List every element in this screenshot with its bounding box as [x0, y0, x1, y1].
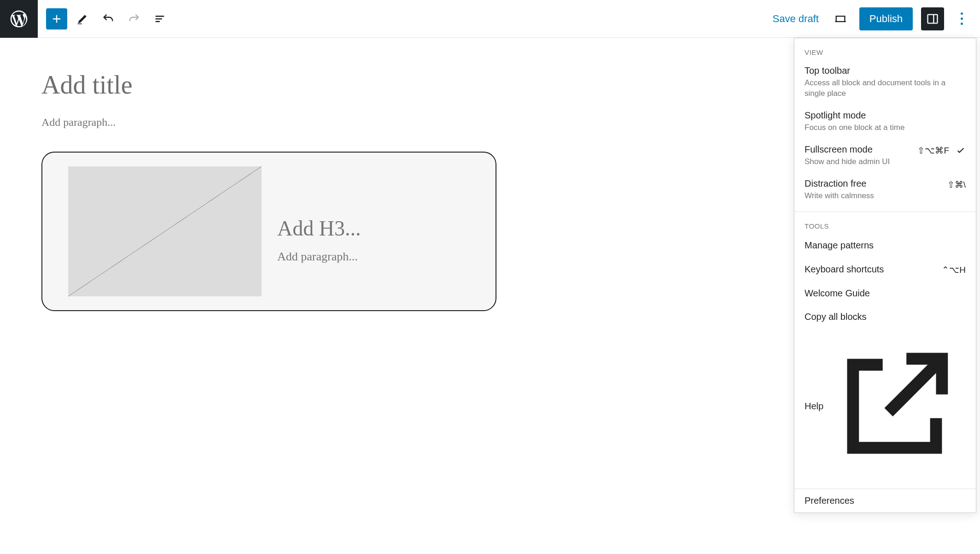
menu-section-tools: TOOLS: [794, 212, 976, 234]
menu-item-title: Top toolbar: [805, 65, 966, 76]
document-overview-button[interactable]: [149, 8, 170, 29]
check-icon: [956, 145, 966, 155]
options-dropdown: VIEW Top toolbar Access all block and do…: [794, 38, 976, 513]
plus-icon: [50, 12, 63, 25]
dots-vertical-icon: [961, 11, 963, 26]
menu-item-fullscreen-mode[interactable]: Fullscreen mode Show and hide admin UI ⇧…: [794, 139, 976, 173]
sidebar-icon: [926, 12, 939, 25]
preview-button[interactable]: [830, 8, 851, 29]
menu-item-title: Spotlight mode: [805, 110, 966, 121]
menu-item-desc: Focus on one block at a time: [805, 123, 966, 133]
block-right-column: Add H3... Add paragraph...: [277, 166, 361, 296]
menu-item-help[interactable]: Help: [794, 329, 976, 484]
external-link-icon: [823, 335, 966, 477]
menu-item-title: Copy all blocks: [805, 312, 867, 322]
menu-section-view: VIEW: [794, 38, 976, 60]
menu-item-title: Welcome Guide: [805, 288, 870, 299]
pencil-icon: [76, 12, 89, 25]
menu-item-copy-all-blocks[interactable]: Copy all blocks: [794, 305, 976, 329]
menu-item-shortcut: ⇧⌥⌘F: [917, 145, 949, 156]
list-icon: [153, 12, 166, 25]
publish-button[interactable]: Publish: [859, 7, 913, 30]
menu-item-title: Preferences: [805, 495, 854, 506]
desktop-icon: [834, 12, 847, 25]
menu-item-title: Help: [805, 401, 823, 412]
menu-item-welcome-guide[interactable]: Welcome Guide: [794, 282, 976, 305]
left-tool-group: [38, 8, 179, 29]
menu-item-shortcut: ⇧⌘\: [947, 179, 966, 190]
edit-tool-button[interactable]: [72, 8, 93, 29]
image-placeholder[interactable]: [68, 166, 262, 296]
wordpress-icon: [9, 9, 29, 29]
right-tool-group: Save draft Publish: [770, 7, 980, 30]
redo-icon: [128, 12, 140, 25]
h3-input[interactable]: Add H3...: [277, 216, 361, 241]
menu-item-desc: Show and hide admin UI: [805, 157, 912, 167]
undo-icon: [102, 12, 115, 25]
menu-item-keyboard-shortcuts[interactable]: Keyboard shortcuts ⌃⌥H: [794, 257, 976, 282]
menu-item-shortcut: ⌃⌥H: [942, 264, 966, 275]
selected-media-text-block[interactable]: Add H3... Add paragraph...: [41, 152, 496, 311]
menu-item-title: Manage patterns: [805, 240, 874, 251]
menu-item-preferences[interactable]: Preferences: [794, 489, 976, 513]
redo-button[interactable]: [123, 8, 145, 29]
menu-item-manage-patterns[interactable]: Manage patterns: [794, 234, 976, 257]
add-block-button[interactable]: [46, 8, 67, 29]
editor-topbar: Save draft Publish: [0, 0, 980, 38]
options-menu-button[interactable]: [952, 7, 971, 30]
menu-item-desc: Access all block and document tools in a…: [805, 78, 966, 99]
save-draft-button[interactable]: Save draft: [770, 8, 822, 29]
menu-item-spotlight-mode[interactable]: Spotlight mode Focus on one block at a t…: [794, 105, 976, 139]
undo-button[interactable]: [98, 8, 119, 29]
settings-sidebar-toggle[interactable]: [921, 7, 944, 30]
menu-item-top-toolbar[interactable]: Top toolbar Access all block and documen…: [794, 60, 976, 105]
menu-item-title: Fullscreen mode: [805, 144, 912, 155]
menu-item-title: Keyboard shortcuts: [805, 264, 884, 275]
wordpress-logo[interactable]: [0, 0, 38, 38]
svg-rect-1: [928, 14, 938, 23]
menu-item-desc: Write with calmness: [805, 191, 942, 201]
svg-rect-0: [78, 23, 82, 24]
menu-item-title: Distraction free: [805, 178, 942, 189]
menu-item-distraction-free[interactable]: Distraction free Write with calmness ⇧⌘\: [794, 173, 976, 207]
inner-paragraph-input[interactable]: Add paragraph...: [277, 250, 361, 264]
